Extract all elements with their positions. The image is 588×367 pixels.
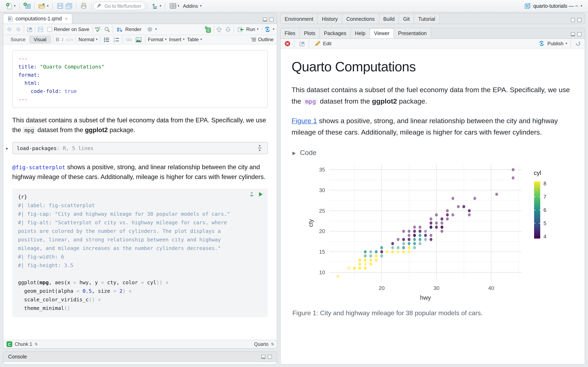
open-file-icon[interactable] [38,2,46,9]
chunk-stepper-icon[interactable]: ⇅ [35,342,37,346]
tab-build[interactable]: Build [379,14,399,24]
publish-icon [538,40,545,47]
run-chunk-icon[interactable] [259,192,263,197]
chunk-line: #| label: fig-scatterplot [18,201,262,210]
publish-button[interactable]: Publish ▾ [538,40,567,47]
run-button[interactable]: Run ▾ [236,25,260,34]
r-code-chunk[interactable]: {r} #| label: fig-scatterplot #| fig-cap… [12,188,268,317]
source-mode-button[interactable]: Source [7,36,30,43]
paragraph-1: This dataset contains a subset of the fu… [12,115,268,135]
tools-icon[interactable] [151,2,158,9]
run-previous-chunks-icon[interactable] [216,26,223,33]
edit-button[interactable]: Edit [312,39,333,48]
new-file-caret[interactable]: ▾ [14,4,16,8]
chunk-options-icon[interactable] [249,192,254,197]
console-header[interactable]: Console [3,352,277,362]
yaml-block[interactable]: --- title: "Quarto Computations" format:… [12,50,268,108]
tab-packages[interactable]: Packages [319,28,351,38]
refresh-icon[interactable] [574,40,581,47]
popout-window-icon[interactable] [26,26,33,33]
tab-files[interactable]: Files [281,28,300,38]
tab-history[interactable]: History [317,14,342,24]
project-selector[interactable]: R quarto-tutorials — ~ ▾ [521,1,585,10]
render-settings-button[interactable]: ▾ [145,25,158,34]
open-file-caret[interactable]: ▾ [47,4,49,8]
console-maximize-icon[interactable] [268,355,272,359]
tab-environment[interactable]: Environment [281,14,318,24]
tab-presentation[interactable]: Presentation [394,28,431,38]
addins-menu[interactable]: Addins ▾ [183,3,201,9]
tab-computations-1-qmd[interactable]: computations-1.qmd × [3,13,72,24]
bold-button[interactable]: B [56,37,59,42]
outline-toggle[interactable]: Outline [251,36,274,43]
image-icon[interactable] [135,36,143,43]
svg-text:1: 1 [113,37,115,40]
expand-collapse-icon[interactable] [256,144,263,152]
numbered-list-icon[interactable]: 12 [113,36,120,43]
tab-plots[interactable]: Plots [300,28,320,38]
doc-paragraph-2: Figure 1 shows a positive, strong, and l… [292,115,572,138]
document-mode-label[interactable]: Quarto [254,342,268,347]
save-icon[interactable] [56,2,64,9]
paragraph-style-dropdown[interactable]: Normal ▾ [79,37,98,42]
chunk-line: ggplot(mpg, aes(x = hwy, y = cty, color … [18,278,262,287]
collapsed-chunk-load-packages[interactable]: ▸ load-packages: R, 5 lines [12,142,268,154]
source-publish-icon[interactable] [264,26,271,33]
run-next-chunks-icon[interactable] [225,26,232,33]
rendered-document[interactable]: Quarto Computations This dataset contain… [281,49,585,364]
tab-viewer[interactable]: Viewer [370,28,394,38]
console-minimize-icon[interactable] [261,355,265,359]
new-project-icon[interactable]: R [23,2,31,9]
new-file-icon[interactable] [5,2,13,9]
source-publish-caret[interactable]: ▾ [273,28,274,31]
italic-button[interactable]: I [62,36,63,43]
tab-git[interactable]: Git [399,14,414,24]
expand-chunk-icon[interactable]: ▸ [6,146,8,150]
viewer-popout-icon[interactable] [298,40,305,47]
render-button[interactable]: Render [114,25,143,34]
tools-caret[interactable]: ▾ [160,4,161,8]
find-replace-icon[interactable] [104,26,111,33]
print-icon[interactable] [80,2,87,9]
viewer-maximize-icon[interactable] [577,32,581,36]
back-icon[interactable] [6,26,13,33]
render-on-save-toggle[interactable]: Render on Save [46,26,91,33]
tab-label: Build [383,16,395,22]
tab-tutorial[interactable]: Tutorial [414,14,440,24]
editor-document[interactable]: --- title: "Quarto Computations" format:… [3,44,277,340]
minimize-pane-icon[interactable] [263,17,267,22]
format-caret: ▾ [165,38,167,41]
spellcheck-icon[interactable]: ABC [95,26,102,33]
env-restore-icon[interactable] [571,18,575,22]
table-menu[interactable]: Table ▾ [187,37,202,42]
code-disclosure[interactable]: ▶ Code [292,149,572,157]
goto-file-input[interactable] [104,3,141,8]
stop-viewer-icon[interactable] [284,40,291,47]
visual-mode-button[interactable]: Visual [30,36,51,43]
code-format-button[interactable]: </> [66,37,73,42]
link-icon[interactable] [125,36,133,43]
env-maximize-icon[interactable] [577,18,581,22]
render-on-save-checkbox[interactable] [47,27,52,32]
goto-arrow-icon [97,3,102,8]
editor-format-bar: Source Visual B I </> Normal ▾ [3,35,277,44]
goto-file-search[interactable] [93,2,145,10]
insert-menu[interactable]: Insert ▾ [169,37,185,42]
insert-chunk-icon[interactable]: C [205,26,212,33]
mode-stepper-icon[interactable]: ⇅ [271,342,274,346]
bullet-list-icon[interactable] [103,36,110,43]
save-all-icon[interactable] [65,2,72,9]
chunk-position-label[interactable]: Chunk 1 [15,342,32,347]
save-doc-icon[interactable] [37,26,44,33]
close-tab-icon[interactable]: × [65,16,68,22]
format-menu[interactable]: Format ▾ [148,37,167,42]
forward-icon[interactable] [15,26,22,33]
tab-connections[interactable]: Connections [342,14,379,24]
tab-help[interactable]: Help [350,28,370,38]
panes-layout-icon[interactable] [169,2,176,9]
maximize-pane-icon[interactable] [269,17,274,22]
panes-caret[interactable]: ▾ [178,4,179,8]
viewer-minimize-icon[interactable] [571,32,575,36]
svg-text:40: 40 [488,285,494,291]
chunk-line: geom_point(alpha = 0.5, size = 2) + [18,287,262,295]
